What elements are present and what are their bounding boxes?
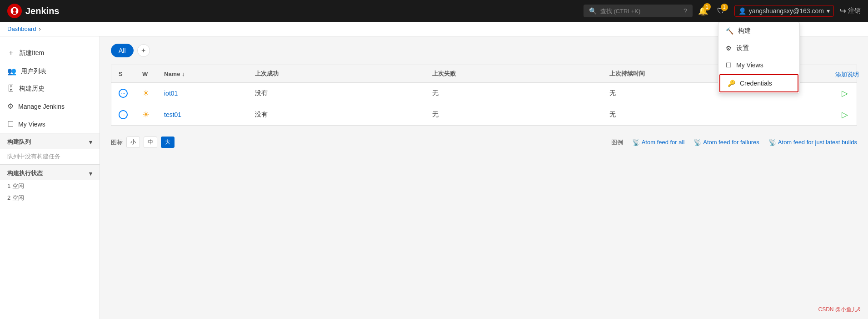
footer-left: 图标 小 中 大 <box>111 137 175 148</box>
search-icon: 🔍 <box>589 7 597 15</box>
user-dropdown-menu: 🔨 构建 ⚙ 设置 ☐ My Views 🔑 Credentials <box>718 22 800 94</box>
dropdown-label-build: 构建 <box>738 27 751 35</box>
dropdown-item-settings[interactable]: ⚙ 设置 <box>718 40 799 57</box>
tab-all[interactable]: All <box>111 44 134 57</box>
logout-icon: ↪ <box>839 6 846 16</box>
row1-last-failure: 无 <box>425 83 602 104</box>
user-email: yangshuangsxy@163.com <box>749 7 824 15</box>
build-executor-toggle: ▾ <box>89 170 92 177</box>
col-name-label[interactable]: Name ↓ <box>164 71 185 77</box>
footer-right: 图例 📡 Atom feed for all 📡 Atom feed for f… <box>611 138 857 147</box>
col-last-success: 上次成功 <box>248 65 425 83</box>
job-link-1[interactable]: iot01 <box>164 90 178 97</box>
feed-latest-link[interactable]: 📡 Atom feed for just latest builds <box>768 139 857 146</box>
build-queue-title: 构建队列 <box>7 138 31 146</box>
feed-all-icon: 📡 <box>632 139 640 146</box>
feed-all-link[interactable]: 📡 Atom feed for all <box>632 139 685 146</box>
dropdown-label-credentials: Credentials <box>740 80 772 87</box>
manage-icon: ⚙ <box>7 102 14 111</box>
svg-point-1 <box>13 8 16 12</box>
notification-btn[interactable]: 🔔 1 <box>698 6 708 16</box>
size-medium-btn[interactable]: 中 <box>144 137 157 148</box>
row2-last-duration: 无 <box>602 104 834 126</box>
weather-icon-1: ☀ <box>142 89 150 98</box>
add-view-btn[interactable]: + <box>137 44 150 57</box>
dropdown-item-myviews[interactable]: ☐ My Views <box>718 57 799 73</box>
build-queue-toggle: ▾ <box>89 139 92 146</box>
run-btn-2[interactable]: ▷ <box>842 110 848 120</box>
dropdown-label-myviews: My Views <box>736 61 763 69</box>
row2-status-w: ☀ <box>135 104 157 126</box>
help-icon: ? <box>683 7 687 15</box>
row1-name: iot01 <box>157 83 248 104</box>
dropdown-item-credentials[interactable]: 🔑 Credentials <box>719 74 798 92</box>
legend-label: 图例 <box>611 138 623 147</box>
run-btn-1[interactable]: ▷ <box>842 88 848 98</box>
row1-status-w: ☀ <box>135 83 157 104</box>
sidebar-item-myviews[interactable]: ☐ My Views <box>0 115 100 133</box>
col-name: Name ↓ <box>157 65 248 83</box>
col-last-failure: 上次失败 <box>425 65 602 83</box>
dropdown-item-build[interactable]: 🔨 构建 <box>718 22 799 40</box>
breadcrumb-sep: › <box>39 25 41 32</box>
build-queue-section[interactable]: 构建队列 ▾ <box>0 133 100 149</box>
feed-latest-label: Atom feed for just latest builds <box>778 139 857 146</box>
users-icon: 👥 <box>7 67 16 76</box>
feed-failures-link[interactable]: 📡 Atom feed for failures <box>693 139 759 146</box>
table-row: ··· ☀ test01 没有 无 无 ▷ <box>111 104 857 126</box>
gear-icon: ⚙ <box>726 45 732 52</box>
breadcrumb-home[interactable]: Dashboard <box>7 25 36 32</box>
dropdown-label-settings: 设置 <box>736 44 749 52</box>
sidebar-item-users[interactable]: 👥 用户列表 <box>0 62 100 80</box>
status-circle-2: ··· <box>119 110 128 119</box>
row2-last-success: 没有 <box>248 104 425 126</box>
jenkins-title: Jenkins <box>25 6 59 16</box>
row1-last-success: 没有 <box>248 83 425 104</box>
views-icon: ☐ <box>726 61 732 69</box>
add-description-link[interactable]: 添加说明 <box>835 71 859 79</box>
search-bar[interactable]: 🔍 ? <box>584 5 693 17</box>
credentials-icon: 🔑 <box>728 80 735 87</box>
sidebar: ＋ 新建Item 👥 用户列表 🗄 构建历史 ⚙ Manage Jenkins … <box>0 36 100 319</box>
sidebar-item-build-history[interactable]: 🗄 构建历史 <box>0 80 100 97</box>
feed-failures-icon: 📡 <box>693 139 701 146</box>
sidebar-history-label: 构建历史 <box>19 85 45 93</box>
jenkins-logo-icon <box>7 4 22 18</box>
plus-view-icon: + <box>141 46 145 55</box>
user-icon: 👤 <box>738 7 746 15</box>
row1-run: ▷ <box>834 83 857 104</box>
row2-run: ▷ <box>834 104 857 126</box>
col-s: S <box>111 65 135 83</box>
myviews-icon: ☐ <box>7 120 14 128</box>
executor-2-status: 空闲 <box>12 194 24 201</box>
feed-failures-label: Atom feed for failures <box>703 139 759 146</box>
row2-name: test01 <box>157 104 248 126</box>
footer-bar: 图标 小 中 大 图例 📡 Atom feed for all 📡 Atom f… <box>111 133 857 152</box>
sidebar-item-new[interactable]: ＋ 新建Item <box>0 44 100 62</box>
security-badge: 1 <box>721 4 728 11</box>
executor-1-status: 空闲 <box>12 182 24 189</box>
col-w: W <box>135 65 157 83</box>
search-input[interactable] <box>600 8 680 15</box>
sidebar-item-manage[interactable]: ⚙ Manage Jenkins <box>0 97 100 115</box>
feed-latest-icon: 📡 <box>768 139 776 146</box>
jenkins-logo[interactable]: Jenkins <box>7 4 59 18</box>
logout-label: 注销 <box>848 7 861 15</box>
row1-status-s: ··· <box>111 83 135 104</box>
build-executor-section[interactable]: 构建执行状态 ▾ <box>0 164 100 180</box>
status-dot-1: ··· <box>121 91 125 96</box>
size-small-btn[interactable]: 小 <box>126 137 140 148</box>
icon-label: 图标 <box>111 138 123 147</box>
security-btn[interactable]: 🛡 1 <box>717 6 725 16</box>
job-link-2[interactable]: test01 <box>164 111 181 118</box>
row2-last-failure: 无 <box>425 104 602 126</box>
executor-1: 1 空闲 <box>0 180 100 192</box>
executor-2-id: 2 <box>7 194 12 201</box>
user-menu-btn[interactable]: 👤 yangshuangsxy@163.com ▾ <box>734 5 834 17</box>
watermark: CSDN @小鱼儿& <box>818 306 861 314</box>
history-icon: 🗄 <box>7 85 15 93</box>
plus-icon: ＋ <box>7 48 15 58</box>
sidebar-users-label: 用户列表 <box>21 67 46 76</box>
logout-btn[interactable]: ↪ 注销 <box>839 6 861 16</box>
size-large-btn[interactable]: 大 <box>161 137 175 148</box>
